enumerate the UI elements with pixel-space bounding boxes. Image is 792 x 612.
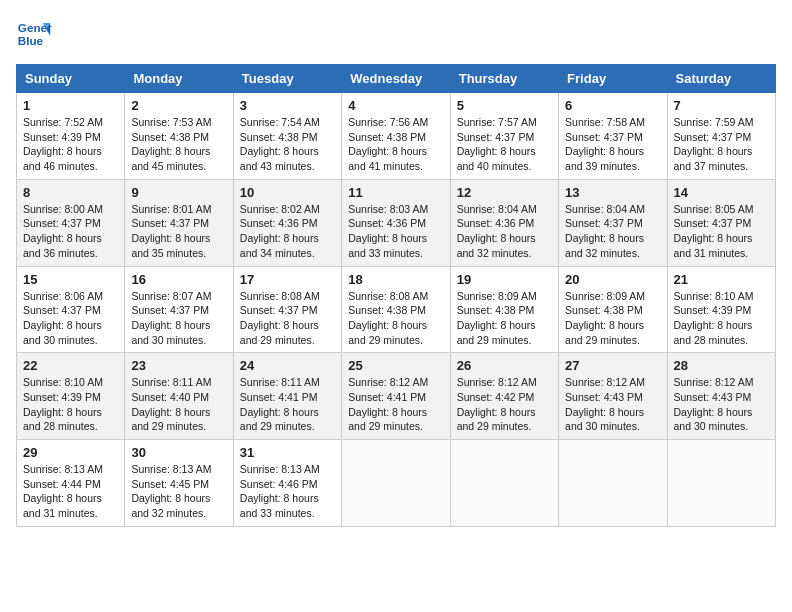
day-info: Sunrise: 8:10 AMSunset: 4:39 PMDaylight:… bbox=[674, 289, 769, 348]
day-cell-25: 25Sunrise: 8:12 AMSunset: 4:41 PMDayligh… bbox=[342, 353, 450, 440]
day-info: Sunrise: 8:04 AMSunset: 4:37 PMDaylight:… bbox=[565, 202, 660, 261]
col-header-thursday: Thursday bbox=[450, 65, 558, 93]
day-cell-21: 21Sunrise: 8:10 AMSunset: 4:39 PMDayligh… bbox=[667, 266, 775, 353]
day-info: Sunrise: 7:53 AMSunset: 4:38 PMDaylight:… bbox=[131, 115, 226, 174]
calendar-week-1: 1Sunrise: 7:52 AMSunset: 4:39 PMDaylight… bbox=[17, 93, 776, 180]
day-number: 31 bbox=[240, 445, 335, 460]
day-info: Sunrise: 8:11 AMSunset: 4:41 PMDaylight:… bbox=[240, 375, 335, 434]
day-cell-26: 26Sunrise: 8:12 AMSunset: 4:42 PMDayligh… bbox=[450, 353, 558, 440]
day-info: Sunrise: 8:06 AMSunset: 4:37 PMDaylight:… bbox=[23, 289, 118, 348]
svg-text:Blue: Blue bbox=[18, 34, 44, 47]
day-cell-11: 11Sunrise: 8:03 AMSunset: 4:36 PMDayligh… bbox=[342, 179, 450, 266]
day-cell-23: 23Sunrise: 8:11 AMSunset: 4:40 PMDayligh… bbox=[125, 353, 233, 440]
day-info: Sunrise: 8:04 AMSunset: 4:36 PMDaylight:… bbox=[457, 202, 552, 261]
day-number: 21 bbox=[674, 272, 769, 287]
day-cell-8: 8Sunrise: 8:00 AMSunset: 4:37 PMDaylight… bbox=[17, 179, 125, 266]
calendar-week-5: 29Sunrise: 8:13 AMSunset: 4:44 PMDayligh… bbox=[17, 440, 776, 527]
day-cell-10: 10Sunrise: 8:02 AMSunset: 4:36 PMDayligh… bbox=[233, 179, 341, 266]
day-number: 29 bbox=[23, 445, 118, 460]
day-cell-9: 9Sunrise: 8:01 AMSunset: 4:37 PMDaylight… bbox=[125, 179, 233, 266]
day-number: 26 bbox=[457, 358, 552, 373]
day-cell-17: 17Sunrise: 8:08 AMSunset: 4:37 PMDayligh… bbox=[233, 266, 341, 353]
day-info: Sunrise: 8:08 AMSunset: 4:38 PMDaylight:… bbox=[348, 289, 443, 348]
day-number: 22 bbox=[23, 358, 118, 373]
day-cell-29: 29Sunrise: 8:13 AMSunset: 4:44 PMDayligh… bbox=[17, 440, 125, 527]
day-info: Sunrise: 8:02 AMSunset: 4:36 PMDaylight:… bbox=[240, 202, 335, 261]
day-cell-14: 14Sunrise: 8:05 AMSunset: 4:37 PMDayligh… bbox=[667, 179, 775, 266]
empty-cell bbox=[559, 440, 667, 527]
day-cell-28: 28Sunrise: 8:12 AMSunset: 4:43 PMDayligh… bbox=[667, 353, 775, 440]
day-info: Sunrise: 7:59 AMSunset: 4:37 PMDaylight:… bbox=[674, 115, 769, 174]
day-number: 19 bbox=[457, 272, 552, 287]
day-number: 14 bbox=[674, 185, 769, 200]
day-number: 23 bbox=[131, 358, 226, 373]
day-number: 12 bbox=[457, 185, 552, 200]
day-info: Sunrise: 8:11 AMSunset: 4:40 PMDaylight:… bbox=[131, 375, 226, 434]
day-number: 7 bbox=[674, 98, 769, 113]
calendar-week-4: 22Sunrise: 8:10 AMSunset: 4:39 PMDayligh… bbox=[17, 353, 776, 440]
day-number: 9 bbox=[131, 185, 226, 200]
day-cell-4: 4Sunrise: 7:56 AMSunset: 4:38 PMDaylight… bbox=[342, 93, 450, 180]
day-info: Sunrise: 8:01 AMSunset: 4:37 PMDaylight:… bbox=[131, 202, 226, 261]
day-info: Sunrise: 8:10 AMSunset: 4:39 PMDaylight:… bbox=[23, 375, 118, 434]
day-info: Sunrise: 8:09 AMSunset: 4:38 PMDaylight:… bbox=[565, 289, 660, 348]
day-cell-20: 20Sunrise: 8:09 AMSunset: 4:38 PMDayligh… bbox=[559, 266, 667, 353]
day-number: 4 bbox=[348, 98, 443, 113]
col-header-tuesday: Tuesday bbox=[233, 65, 341, 93]
day-number: 28 bbox=[674, 358, 769, 373]
day-cell-18: 18Sunrise: 8:08 AMSunset: 4:38 PMDayligh… bbox=[342, 266, 450, 353]
day-number: 13 bbox=[565, 185, 660, 200]
day-cell-16: 16Sunrise: 8:07 AMSunset: 4:37 PMDayligh… bbox=[125, 266, 233, 353]
day-info: Sunrise: 7:56 AMSunset: 4:38 PMDaylight:… bbox=[348, 115, 443, 174]
day-info: Sunrise: 8:09 AMSunset: 4:38 PMDaylight:… bbox=[457, 289, 552, 348]
day-number: 20 bbox=[565, 272, 660, 287]
day-cell-30: 30Sunrise: 8:13 AMSunset: 4:45 PMDayligh… bbox=[125, 440, 233, 527]
day-cell-12: 12Sunrise: 8:04 AMSunset: 4:36 PMDayligh… bbox=[450, 179, 558, 266]
day-info: Sunrise: 7:52 AMSunset: 4:39 PMDaylight:… bbox=[23, 115, 118, 174]
col-header-wednesday: Wednesday bbox=[342, 65, 450, 93]
day-info: Sunrise: 8:03 AMSunset: 4:36 PMDaylight:… bbox=[348, 202, 443, 261]
col-header-monday: Monday bbox=[125, 65, 233, 93]
empty-cell bbox=[667, 440, 775, 527]
day-info: Sunrise: 8:13 AMSunset: 4:46 PMDaylight:… bbox=[240, 462, 335, 521]
empty-cell bbox=[342, 440, 450, 527]
day-number: 10 bbox=[240, 185, 335, 200]
logo-icon: General Blue bbox=[16, 16, 52, 52]
day-number: 30 bbox=[131, 445, 226, 460]
day-number: 27 bbox=[565, 358, 660, 373]
calendar-week-2: 8Sunrise: 8:00 AMSunset: 4:37 PMDaylight… bbox=[17, 179, 776, 266]
day-info: Sunrise: 8:05 AMSunset: 4:37 PMDaylight:… bbox=[674, 202, 769, 261]
day-info: Sunrise: 8:12 AMSunset: 4:43 PMDaylight:… bbox=[674, 375, 769, 434]
day-number: 24 bbox=[240, 358, 335, 373]
day-cell-6: 6Sunrise: 7:58 AMSunset: 4:37 PMDaylight… bbox=[559, 93, 667, 180]
day-cell-5: 5Sunrise: 7:57 AMSunset: 4:37 PMDaylight… bbox=[450, 93, 558, 180]
day-number: 8 bbox=[23, 185, 118, 200]
day-info: Sunrise: 8:08 AMSunset: 4:37 PMDaylight:… bbox=[240, 289, 335, 348]
day-cell-3: 3Sunrise: 7:54 AMSunset: 4:38 PMDaylight… bbox=[233, 93, 341, 180]
day-info: Sunrise: 8:07 AMSunset: 4:37 PMDaylight:… bbox=[131, 289, 226, 348]
day-cell-15: 15Sunrise: 8:06 AMSunset: 4:37 PMDayligh… bbox=[17, 266, 125, 353]
day-cell-2: 2Sunrise: 7:53 AMSunset: 4:38 PMDaylight… bbox=[125, 93, 233, 180]
day-cell-31: 31Sunrise: 8:13 AMSunset: 4:46 PMDayligh… bbox=[233, 440, 341, 527]
day-info: Sunrise: 8:13 AMSunset: 4:44 PMDaylight:… bbox=[23, 462, 118, 521]
day-cell-19: 19Sunrise: 8:09 AMSunset: 4:38 PMDayligh… bbox=[450, 266, 558, 353]
day-info: Sunrise: 7:54 AMSunset: 4:38 PMDaylight:… bbox=[240, 115, 335, 174]
day-cell-13: 13Sunrise: 8:04 AMSunset: 4:37 PMDayligh… bbox=[559, 179, 667, 266]
col-header-saturday: Saturday bbox=[667, 65, 775, 93]
day-number: 1 bbox=[23, 98, 118, 113]
day-number: 2 bbox=[131, 98, 226, 113]
day-info: Sunrise: 8:00 AMSunset: 4:37 PMDaylight:… bbox=[23, 202, 118, 261]
empty-cell bbox=[450, 440, 558, 527]
day-info: Sunrise: 8:12 AMSunset: 4:41 PMDaylight:… bbox=[348, 375, 443, 434]
col-header-sunday: Sunday bbox=[17, 65, 125, 93]
logo: General Blue bbox=[16, 16, 56, 52]
day-number: 3 bbox=[240, 98, 335, 113]
day-info: Sunrise: 8:12 AMSunset: 4:43 PMDaylight:… bbox=[565, 375, 660, 434]
day-number: 17 bbox=[240, 272, 335, 287]
day-number: 6 bbox=[565, 98, 660, 113]
day-info: Sunrise: 8:13 AMSunset: 4:45 PMDaylight:… bbox=[131, 462, 226, 521]
day-info: Sunrise: 7:57 AMSunset: 4:37 PMDaylight:… bbox=[457, 115, 552, 174]
day-number: 18 bbox=[348, 272, 443, 287]
day-info: Sunrise: 8:12 AMSunset: 4:42 PMDaylight:… bbox=[457, 375, 552, 434]
day-cell-7: 7Sunrise: 7:59 AMSunset: 4:37 PMDaylight… bbox=[667, 93, 775, 180]
